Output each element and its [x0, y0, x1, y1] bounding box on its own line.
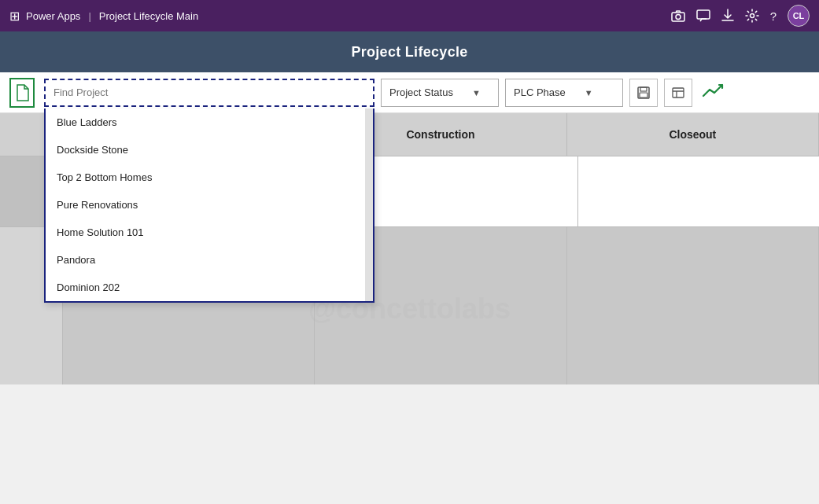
col-header-3: Closeout [567, 113, 819, 156]
svg-rect-2 [697, 10, 710, 19]
plc-phase-arrow: ▼ [585, 88, 593, 97]
list-item[interactable]: Pandora [46, 246, 373, 274]
save-icon-btn[interactable] [629, 79, 658, 107]
help-icon[interactable]: ? [770, 9, 777, 23]
table-icon-btn[interactable] [664, 79, 692, 107]
chat-icon[interactable] [696, 9, 710, 22]
trend-icon[interactable] [702, 82, 725, 104]
nav-app-name: Power Apps [26, 10, 80, 22]
nav-bar: ⊞ Power Apps | Project Lifecycle Main ? … [0, 0, 819, 31]
header-title: Project Lifecycle [351, 44, 467, 61]
list-item[interactable]: Top 2 Bottom Homes [46, 164, 373, 191]
list-item[interactable]: Blue Ladders [46, 109, 373, 136]
grid-cell-row1-col3 [578, 156, 819, 226]
svg-point-1 [676, 15, 681, 20]
file-icon[interactable] [9, 78, 35, 108]
grid-cell-r2c3 [567, 227, 819, 384]
nav-page-name: Project Lifecycle Main [99, 10, 198, 22]
camera-icon[interactable] [671, 9, 685, 22]
svg-rect-6 [640, 93, 647, 97]
download-icon[interactable] [721, 9, 734, 23]
apps-grid-icon[interactable]: ⊞ [9, 9, 20, 24]
project-dropdown-list: Blue Ladders Dockside Stone Top 2 Bottom… [44, 109, 374, 303]
project-status-dropdown[interactable]: Project Status ▼ [381, 79, 499, 107]
header-band: Project Lifecycle [0, 31, 819, 72]
toolbar: Blue Ladders Dockside Stone Top 2 Bottom… [0, 72, 819, 113]
list-item[interactable]: Home Solution 101 [46, 219, 373, 246]
nav-icons: ? CL [671, 5, 810, 27]
svg-point-3 [750, 14, 754, 18]
svg-rect-0 [672, 13, 684, 21]
settings-icon[interactable] [745, 9, 759, 23]
find-project-input[interactable] [44, 79, 374, 107]
plc-phase-dropdown[interactable]: PLC Phase ▼ [505, 79, 623, 107]
find-project-wrapper: Blue Ladders Dockside Stone Top 2 Bottom… [44, 79, 374, 107]
list-item[interactable]: Dominion 202 [46, 274, 373, 301]
plc-phase-label: PLC Phase [514, 86, 566, 98]
svg-rect-7 [673, 88, 684, 97]
list-item[interactable]: Dockside Stone [46, 136, 373, 164]
list-item[interactable]: Pure Renovations [46, 191, 373, 219]
project-status-arrow: ▼ [472, 88, 481, 97]
dropdown-scrollbar[interactable] [365, 109, 373, 301]
user-avatar[interactable]: CL [788, 5, 810, 27]
nav-separator: | [88, 10, 90, 22]
project-status-label: Project Status [389, 86, 453, 98]
